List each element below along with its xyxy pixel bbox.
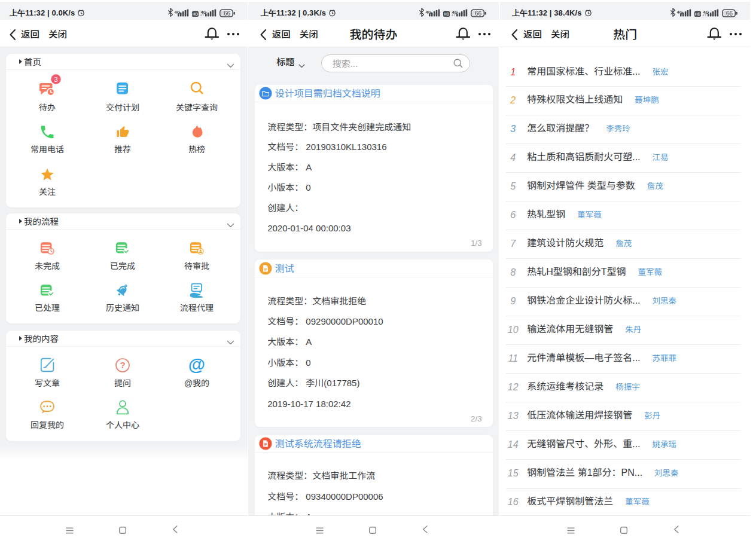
- svg-text:66: 66: [224, 10, 231, 17]
- svg-text:HD: HD: [695, 12, 701, 16]
- svg-text:4G: 4G: [175, 10, 181, 15]
- svg-text:HD: HD: [193, 12, 199, 16]
- svg-text:@: @: [188, 355, 205, 374]
- svg-text:4G: 4G: [425, 10, 431, 15]
- svg-text:?: ?: [120, 360, 125, 370]
- svg-text:4G: 4G: [677, 10, 683, 15]
- svg-text:HD: HD: [444, 12, 450, 16]
- svg-text:66: 66: [475, 10, 482, 17]
- svg-text:3: 3: [54, 76, 57, 83]
- svg-text:66: 66: [726, 10, 733, 17]
